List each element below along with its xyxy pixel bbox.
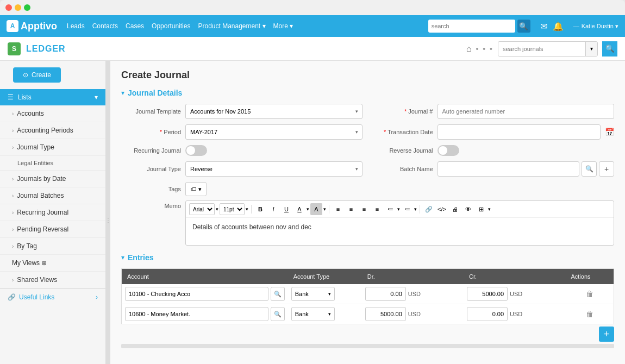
nav-more[interactable]: More ▾ xyxy=(273,22,293,30)
nav-leads[interactable]: Leads xyxy=(67,22,85,30)
sidebar-item-journal-type[interactable]: › Journal Type xyxy=(0,139,105,156)
rte-ul-button[interactable]: ≔ xyxy=(384,203,396,215)
more-options-button[interactable]: • • • xyxy=(476,45,493,53)
entry-account-input-1[interactable] xyxy=(125,307,268,321)
ledger-icon: S xyxy=(8,42,21,55)
sidebar-lists-item[interactable]: ☰ Lists ▾ xyxy=(0,89,105,105)
sidebar-item-journals-by-date[interactable]: › Journals by Date xyxy=(0,171,105,187)
home-button[interactable]: ⌂ xyxy=(466,44,472,54)
rte-align-justify-button[interactable]: ≡ xyxy=(371,203,383,215)
entry-cr-input-1[interactable] xyxy=(467,307,508,321)
entries-toggle[interactable]: ▾ xyxy=(121,254,124,261)
memo-row: Memo Arial ▾ 11pt ▾ B I xyxy=(121,200,614,246)
rte-print-button[interactable]: 🖨 xyxy=(449,203,461,215)
entry-dr-input-0[interactable] xyxy=(365,287,406,301)
nav-contacts[interactable]: Contacts xyxy=(92,22,118,30)
sidebar-item-pending-reversal[interactable]: › Pending Reversal xyxy=(0,221,105,238)
col-dr: Dr. xyxy=(362,269,464,285)
accounts-arrow-icon: › xyxy=(12,111,14,117)
col-account-type: Account Type xyxy=(288,269,362,285)
rte-font-family[interactable]: Arial xyxy=(189,203,215,215)
sidebar-item-by-tag[interactable]: › By Tag xyxy=(0,238,105,255)
nav-product-management[interactable]: Product Management ▾ xyxy=(198,22,265,30)
batch-add-button[interactable]: + xyxy=(599,161,614,177)
sidebar-item-accounts[interactable]: › Accounts xyxy=(0,105,105,122)
batch-search-button[interactable]: 🔍 xyxy=(582,161,597,177)
entry-account-search-0[interactable]: 🔍 xyxy=(271,287,285,301)
rte-ol-button[interactable]: ≔ xyxy=(401,203,413,215)
rte-underline-button[interactable]: U xyxy=(280,203,292,215)
entry-type-select-1[interactable]: Bank xyxy=(291,307,335,321)
rte-align-center-button[interactable]: ≡ xyxy=(345,203,357,215)
journal-template-select[interactable]: Accounts for Nov 2015 xyxy=(185,104,362,119)
tags-button[interactable]: 🏷 ▾ xyxy=(185,182,207,196)
rte-link-button[interactable]: 🔗 xyxy=(423,203,435,215)
lists-chevron-icon: ▾ xyxy=(95,93,98,101)
batch-name-input[interactable]: Nov - Dec xyxy=(438,161,580,177)
entry-type-select-0[interactable]: Bank xyxy=(291,287,335,301)
journal-search-go-button[interactable]: 🔍 xyxy=(602,41,617,57)
period-label: Period xyxy=(121,129,181,135)
rte-italic-button[interactable]: I xyxy=(267,203,279,215)
entry-account-search-1[interactable]: 🔍 xyxy=(271,307,285,321)
sidebar-resize-handle[interactable]: ⋮ xyxy=(106,61,110,364)
journal-details-toggle[interactable]: ▾ xyxy=(121,89,124,97)
nav-user[interactable]: — Katie Dustin ▾ xyxy=(573,23,618,30)
journal-number-input[interactable] xyxy=(438,104,615,119)
sidebar-item-accounting-periods[interactable]: › Accounting Periods xyxy=(0,122,105,139)
rte-separator-1 xyxy=(251,205,252,214)
entry-dr-wrap-1: USD xyxy=(365,307,460,321)
rte-content[interactable]: Details of accounts between nov and dec xyxy=(186,218,614,245)
entry-dr-wrap-0: USD xyxy=(365,287,460,301)
create-button[interactable]: ⊙ Create xyxy=(13,67,61,83)
journal-template-label: Journal Template xyxy=(121,108,181,115)
entry-dr-currency-0: USD xyxy=(408,291,423,297)
add-entry-button[interactable]: + xyxy=(599,327,614,342)
sidebar-item-journal-batches[interactable]: › Journal Batches xyxy=(0,187,105,204)
sidebar-item-legal-entities[interactable]: Legal Entities xyxy=(0,156,105,171)
rte-table-button[interactable]: ⊞ xyxy=(475,203,487,215)
rte-ol-arrow: ▾ xyxy=(414,206,417,212)
rte-bold-button[interactable]: B xyxy=(254,203,266,215)
calendar-icon[interactable]: 📅 xyxy=(605,128,614,136)
journal-search-dropdown[interactable]: ▾ xyxy=(585,42,597,56)
bell-icon[interactable]: 🔔 xyxy=(553,21,564,32)
entry-cr-input-0[interactable] xyxy=(467,287,508,301)
top-search-input[interactable] xyxy=(428,20,515,33)
sidebar-item-my-views[interactable]: My Views ⊕ xyxy=(0,255,105,272)
rte-preview-button[interactable]: 👁 xyxy=(462,203,474,215)
rte-font-size[interactable]: 11pt xyxy=(220,203,245,215)
recurring-journal-toggle[interactable] xyxy=(185,145,207,156)
journal-type-select[interactable]: Reverse xyxy=(185,161,362,177)
tags-label: Tags xyxy=(121,186,181,192)
entry-account-input-0[interactable] xyxy=(125,287,268,301)
nav-cases[interactable]: Cases xyxy=(126,22,144,30)
maximize-button[interactable] xyxy=(24,4,30,11)
col-account: Account xyxy=(122,269,288,285)
rte-toolbar: Arial ▾ 11pt ▾ B I U A ▾ A xyxy=(186,201,614,218)
entry-delete-button-0[interactable]: 🗑 xyxy=(586,290,593,298)
transaction-date-input[interactable]: 09/04/2018 xyxy=(438,124,601,140)
close-button[interactable] xyxy=(5,4,12,11)
rte-code-button[interactable]: </> xyxy=(436,203,448,215)
sidebar-item-recurring-journal[interactable]: › Recurring Journal xyxy=(0,204,105,221)
table-scrollbar[interactable] xyxy=(121,344,614,348)
journal-type-arrow-icon: › xyxy=(12,145,14,150)
journals-by-date-arrow-icon: › xyxy=(12,176,14,182)
entry-delete-button-1[interactable]: 🗑 xyxy=(586,310,593,318)
entry-cr-wrap-1: USD xyxy=(467,307,562,321)
minimize-button[interactable] xyxy=(15,4,21,11)
reverse-journal-toggle[interactable] xyxy=(438,145,459,156)
entry-dr-input-1[interactable] xyxy=(365,307,406,321)
journal-search-input[interactable] xyxy=(498,42,585,56)
rte-align-right-button[interactable]: ≡ xyxy=(358,203,370,215)
rte-font-color-button[interactable]: A xyxy=(293,203,305,215)
period-select[interactable]: MAY-2017 xyxy=(185,124,362,140)
rte-highlight-button[interactable]: A xyxy=(310,203,322,215)
rte-align-left-button[interactable]: ≡ xyxy=(332,203,344,215)
nav-opportunities[interactable]: Opportunities xyxy=(152,22,190,30)
sidebar-item-shared-views[interactable]: › Shared Views xyxy=(0,272,105,288)
sidebar-useful-links[interactable]: 🔗 Useful Links › xyxy=(0,288,105,305)
top-search-button[interactable]: 🔍 xyxy=(517,20,530,33)
mail-icon[interactable]: ✉ xyxy=(540,21,547,32)
